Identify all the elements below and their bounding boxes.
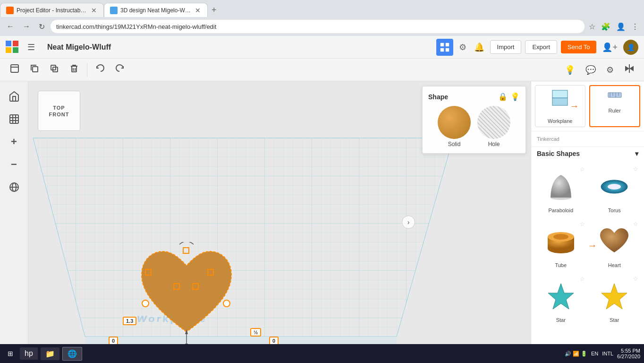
lightbulb-icon-button[interactable]: 💡 bbox=[510, 92, 520, 101]
url-input[interactable] bbox=[51, 20, 585, 33]
add-user-button[interactable]: 👤+ bbox=[600, 40, 619, 54]
heart-shape-svg[interactable] bbox=[132, 242, 241, 346]
back-button[interactable]: ← bbox=[4, 20, 17, 33]
tab2-label: 3D design Neat Migelo-Wluff | T... bbox=[120, 7, 191, 14]
redo-button[interactable] bbox=[111, 60, 129, 79]
shape-item-heart[interactable]: ☆ → bbox=[589, 219, 641, 272]
copy-button[interactable] bbox=[25, 60, 43, 79]
grid-view-button[interactable] bbox=[436, 39, 453, 56]
paraboloid-favorite[interactable]: ☆ bbox=[580, 166, 585, 173]
time-display: 5:55 PM bbox=[617, 348, 640, 354]
undo-button[interactable] bbox=[91, 60, 109, 79]
tab2-close[interactable]: ✕ bbox=[194, 6, 202, 15]
duplicate-button[interactable] bbox=[45, 60, 63, 79]
import-button[interactable]: Import bbox=[490, 40, 522, 54]
delete-button[interactable] bbox=[65, 60, 83, 79]
header-right: ⚙ 🔔 Import Export Send To 👤+ 👤 bbox=[436, 39, 638, 56]
shape-item-tube[interactable]: ☆ bbox=[535, 219, 587, 272]
taskbar-files-button[interactable]: 📁 bbox=[41, 347, 59, 360]
viewport[interactable]: Workplane TOP FRONT Shape 🔒 💡 bbox=[28, 81, 531, 363]
logo-grid bbox=[6, 41, 19, 54]
tab1-close[interactable]: ✕ bbox=[90, 6, 98, 15]
tray-icons: 🔊 📶 🔋 bbox=[565, 351, 587, 357]
comment-icon-button[interactable]: 💬 bbox=[582, 62, 600, 78]
zoom-out-button[interactable]: − bbox=[5, 155, 24, 174]
forward-button[interactable]: → bbox=[20, 20, 33, 33]
shape-info-panel: Shape 🔒 💡 Solid Hole bbox=[422, 86, 526, 154]
hole-option[interactable]: Hole bbox=[477, 106, 510, 147]
ruler-tool-button[interactable]: Ruler bbox=[589, 85, 641, 127]
tube-favorite[interactable]: ☆ bbox=[580, 221, 585, 227]
browser-toolbar-icons: ☆ 🧩 👤 ⋮ bbox=[587, 21, 640, 33]
svg-point-31 bbox=[142, 300, 149, 307]
new-tab-button[interactable]: + bbox=[208, 3, 220, 17]
svg-rect-39 bbox=[552, 90, 568, 98]
svg-rect-9 bbox=[72, 66, 76, 72]
paraboloid-canvas bbox=[542, 168, 580, 206]
workplane-tool-button[interactable]: → Workplane bbox=[535, 85, 585, 127]
menu-icon[interactable]: ⋮ bbox=[630, 21, 640, 33]
svg-marker-24 bbox=[33, 138, 453, 337]
sendto-button[interactable]: Send To bbox=[561, 41, 596, 53]
tab2-favicon bbox=[110, 7, 118, 14]
app-header: ☰ Neat Migelo-Wluff ⚙ 🔔 Import Export Se… bbox=[0, 36, 644, 59]
shape-item-paraboloid[interactable]: ☆ Parabolo bbox=[535, 164, 587, 217]
taskbar-hp-button[interactable]: hp bbox=[20, 347, 38, 360]
solid-sphere[interactable] bbox=[438, 106, 471, 139]
settings-icon-button[interactable]: ⚙ bbox=[602, 62, 618, 78]
shapes-panel-header: Tinkercad bbox=[531, 131, 644, 147]
lock-icon-button[interactable]: 🔒 bbox=[498, 92, 508, 101]
app-title: Neat Migelo-Wluff bbox=[47, 43, 111, 52]
shapes-category[interactable]: Basic Shapes ▾ bbox=[531, 147, 644, 160]
tools-icon-button[interactable]: ⚙ bbox=[457, 40, 468, 54]
zoom-in-button[interactable]: + bbox=[5, 132, 24, 151]
notification-icon-button[interactable]: 🔔 bbox=[472, 40, 486, 54]
shape-item-star1[interactable]: ☆ Star bbox=[535, 274, 587, 327]
export-button[interactable]: Export bbox=[525, 40, 557, 54]
cube-box[interactable]: TOP FRONT bbox=[38, 91, 80, 131]
lang-label: EN bbox=[591, 351, 598, 356]
logo-n bbox=[6, 47, 11, 53]
profile-icon[interactable]: 👤 bbox=[615, 21, 627, 33]
heart-label: Heart bbox=[608, 262, 621, 268]
light-icon-button[interactable]: 💡 bbox=[561, 62, 579, 78]
tinkercad-app: ☰ Neat Migelo-Wluff ⚙ 🔔 Import Export Se… bbox=[0, 36, 644, 363]
fit-view-button[interactable] bbox=[5, 110, 24, 129]
shape-item-torus[interactable]: ☆ Torus bbox=[589, 164, 641, 217]
tinkercad-label: Tinkercad bbox=[537, 136, 559, 142]
start-button[interactable]: ⊞ bbox=[4, 348, 17, 359]
hole-sphere[interactable] bbox=[477, 106, 510, 139]
view-cube[interactable]: TOP FRONT bbox=[38, 91, 80, 131]
home-button[interactable] bbox=[5, 87, 24, 106]
new-shape-button[interactable] bbox=[6, 60, 24, 79]
torus-favorite[interactable]: ☆ bbox=[633, 166, 638, 173]
tab-2[interactable]: 3D design Neat Migelo-Wluff | T... ✕ bbox=[104, 3, 208, 17]
tube-canvas bbox=[542, 223, 580, 260]
solid-label: Solid bbox=[448, 141, 461, 147]
extensions-icon[interactable]: 🧩 bbox=[600, 21, 612, 33]
tinkercad-logo bbox=[6, 41, 19, 54]
perspective-button[interactable] bbox=[5, 178, 24, 197]
svg-rect-1 bbox=[445, 43, 449, 46]
reload-button[interactable]: ↻ bbox=[36, 20, 48, 33]
shape-panel-title: Shape bbox=[428, 93, 448, 101]
star1-favorite[interactable]: ☆ bbox=[580, 276, 585, 282]
star2-favorite[interactable]: ☆ bbox=[633, 276, 638, 282]
view-toggle-button[interactable]: › bbox=[402, 216, 415, 229]
svg-rect-26 bbox=[183, 248, 189, 253]
address-bar: ← → ↻ ☆ 🧩 👤 ⋮ bbox=[0, 17, 644, 36]
category-dropdown-icon: ▾ bbox=[635, 150, 638, 157]
tab1-label: Project Editor - Instructables bbox=[17, 7, 87, 14]
shapes-panel: → Workplane Ruler Tinkercad bbox=[531, 81, 644, 363]
mirror-icon-button[interactable] bbox=[620, 60, 638, 79]
taskbar-chrome-button[interactable]: 🌐 bbox=[62, 347, 82, 361]
hamburger-menu-button[interactable]: ☰ bbox=[24, 39, 39, 55]
avatar: 👤 bbox=[623, 40, 638, 55]
bookmark-icon[interactable]: ☆ bbox=[587, 21, 597, 33]
shape-item-star2[interactable]: ☆ Star bbox=[589, 274, 641, 327]
solid-option[interactable]: Solid bbox=[438, 106, 471, 147]
torus-canvas bbox=[595, 168, 633, 206]
tab-1[interactable]: Project Editor - Instructables ✕ bbox=[0, 3, 104, 17]
heart-favorite[interactable]: ☆ bbox=[633, 221, 638, 227]
main-content: + − bbox=[0, 81, 644, 363]
